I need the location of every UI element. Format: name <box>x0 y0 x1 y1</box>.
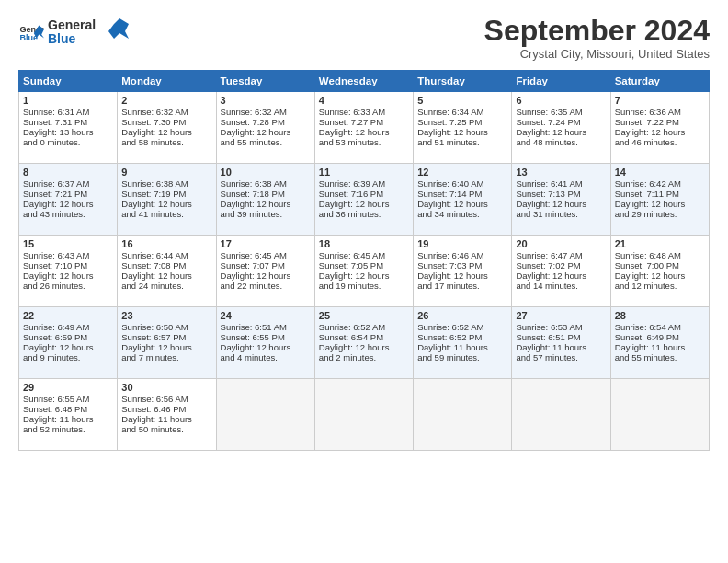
day-info: Sunrise: 6:40 AM <box>417 178 507 189</box>
col-tuesday: Tuesday <box>216 71 314 92</box>
col-sunday: Sunday <box>19 71 118 92</box>
day-info: Daylight: 12 hours <box>121 199 211 209</box>
day-info: Daylight: 12 hours <box>121 342 211 352</box>
table-row: 4Sunrise: 6:33 AMSunset: 7:27 PMDaylight… <box>314 92 413 164</box>
day-info: Daylight: 12 hours <box>319 342 409 352</box>
day-info: Sunrise: 6:45 AM <box>319 250 409 260</box>
day-info: and 53 minutes. <box>319 137 409 147</box>
day-info: Sunrise: 6:37 AM <box>23 178 113 189</box>
day-info: Sunrise: 6:55 AM <box>23 394 113 404</box>
table-row: 8Sunrise: 6:37 AMSunset: 7:21 PMDaylight… <box>19 164 118 236</box>
day-info: Sunrise: 6:52 AM <box>417 322 507 332</box>
day-info: Daylight: 11 hours <box>23 414 113 424</box>
day-info: Sunset: 7:22 PM <box>615 117 705 127</box>
day-info: Daylight: 12 hours <box>23 199 113 209</box>
day-number: 5 <box>417 95 507 106</box>
day-info: Daylight: 12 hours <box>615 127 705 137</box>
day-info: Sunrise: 6:33 AM <box>319 107 409 117</box>
logo-icon: General Blue <box>18 20 44 46</box>
day-number: 16 <box>121 238 211 249</box>
day-info: Sunset: 6:52 PM <box>417 332 507 342</box>
day-info: and 55 minutes. <box>615 352 705 362</box>
day-info: and 7 minutes. <box>121 352 211 362</box>
day-info: and 39 minutes. <box>221 209 311 219</box>
day-info: and 26 minutes. <box>23 281 113 291</box>
day-number: 25 <box>319 310 409 321</box>
svg-text:General: General <box>48 17 96 32</box>
day-number: 19 <box>417 238 507 249</box>
table-row: 26Sunrise: 6:52 AMSunset: 6:52 PMDayligh… <box>414 307 512 379</box>
header-row: Sunday Monday Tuesday Wednesday Thursday… <box>19 71 710 92</box>
day-info: Sunset: 6:51 PM <box>516 332 606 342</box>
table-row: 11Sunrise: 6:39 AMSunset: 7:16 PMDayligh… <box>314 164 413 236</box>
svg-text:Blue: Blue <box>48 31 76 46</box>
day-info: and 51 minutes. <box>417 137 507 147</box>
table-row: 13Sunrise: 6:41 AMSunset: 7:13 PMDayligh… <box>512 164 610 236</box>
day-info: Sunrise: 6:34 AM <box>417 107 507 117</box>
day-number: 3 <box>221 95 311 106</box>
day-number: 9 <box>121 167 211 178</box>
day-info: Sunset: 7:30 PM <box>121 117 211 127</box>
table-row: 18Sunrise: 6:45 AMSunset: 7:05 PMDayligh… <box>314 236 413 307</box>
day-info: Daylight: 12 hours <box>615 270 705 281</box>
table-row: 7Sunrise: 6:36 AMSunset: 7:22 PMDaylight… <box>610 92 709 164</box>
day-info: Sunset: 7:02 PM <box>516 260 606 270</box>
table-row: 20Sunrise: 6:47 AMSunset: 7:02 PMDayligh… <box>512 236 610 307</box>
day-number: 24 <box>221 310 311 321</box>
day-info: Daylight: 12 hours <box>221 270 311 281</box>
day-info: Daylight: 12 hours <box>516 199 606 209</box>
day-info: Sunset: 6:57 PM <box>121 332 211 342</box>
day-number: 22 <box>23 310 113 321</box>
day-info: Sunset: 6:49 PM <box>615 332 705 342</box>
day-info: Daylight: 11 hours <box>516 342 606 352</box>
day-info: and 43 minutes. <box>23 209 113 219</box>
day-number: 18 <box>319 238 409 249</box>
empty-cell <box>610 379 709 451</box>
day-info: Sunrise: 6:43 AM <box>23 250 113 260</box>
col-thursday: Thursday <box>414 71 512 92</box>
day-info: and 34 minutes. <box>417 209 507 219</box>
day-info: and 2 minutes. <box>319 352 409 362</box>
day-info: Sunrise: 6:50 AM <box>121 322 211 332</box>
day-info: Daylight: 12 hours <box>516 127 606 137</box>
table-row: 24Sunrise: 6:51 AMSunset: 6:55 PMDayligh… <box>216 307 314 379</box>
day-info: and 9 minutes. <box>23 352 113 362</box>
day-info: Sunrise: 6:47 AM <box>516 250 606 260</box>
day-number: 12 <box>417 167 507 178</box>
table-row: 6Sunrise: 6:35 AMSunset: 7:24 PMDaylight… <box>512 92 610 164</box>
day-info: Sunset: 7:31 PM <box>23 117 113 127</box>
day-info: Sunset: 7:25 PM <box>417 117 507 127</box>
day-info: and 52 minutes. <box>23 424 113 434</box>
day-info: Sunrise: 6:48 AM <box>615 250 705 260</box>
table-row: 9Sunrise: 6:38 AMSunset: 7:19 PMDaylight… <box>118 164 216 236</box>
table-row: 22Sunrise: 6:49 AMSunset: 6:59 PMDayligh… <box>19 307 118 379</box>
day-info: Sunset: 7:27 PM <box>319 117 409 127</box>
day-number: 2 <box>121 95 211 106</box>
day-number: 14 <box>615 167 705 178</box>
col-friday: Friday <box>512 71 610 92</box>
day-info: Sunrise: 6:38 AM <box>121 178 211 189</box>
week-row: 29Sunrise: 6:55 AMSunset: 6:48 PMDayligh… <box>19 379 710 451</box>
day-info: Daylight: 12 hours <box>417 199 507 209</box>
title-block: September 2024 Crystal City, Missouri, U… <box>484 15 710 61</box>
day-info: Sunrise: 6:56 AM <box>121 394 211 404</box>
header: General Blue General Blue September 2024… <box>18 15 710 61</box>
day-info: Sunset: 7:11 PM <box>615 189 705 199</box>
empty-cell <box>314 379 413 451</box>
day-info: Sunrise: 6:32 AM <box>221 107 311 117</box>
day-number: 7 <box>615 95 705 106</box>
day-info: and 19 minutes. <box>319 281 409 291</box>
table-row: 5Sunrise: 6:34 AMSunset: 7:25 PMDaylight… <box>414 92 512 164</box>
day-info: Daylight: 12 hours <box>417 270 507 281</box>
logo: General Blue General Blue <box>18 15 131 52</box>
day-number: 21 <box>615 238 705 249</box>
day-info: Daylight: 12 hours <box>516 270 606 281</box>
day-info: Daylight: 13 hours <box>23 127 113 137</box>
day-info: Sunset: 7:05 PM <box>319 260 409 270</box>
day-info: Sunset: 7:19 PM <box>121 189 211 199</box>
table-row: 17Sunrise: 6:45 AMSunset: 7:07 PMDayligh… <box>216 236 314 307</box>
calendar-table: Sunday Monday Tuesday Wednesday Thursday… <box>18 70 710 451</box>
day-info: Sunrise: 6:41 AM <box>516 178 606 189</box>
day-info: Sunset: 7:14 PM <box>417 189 507 199</box>
day-number: 1 <box>23 95 113 106</box>
